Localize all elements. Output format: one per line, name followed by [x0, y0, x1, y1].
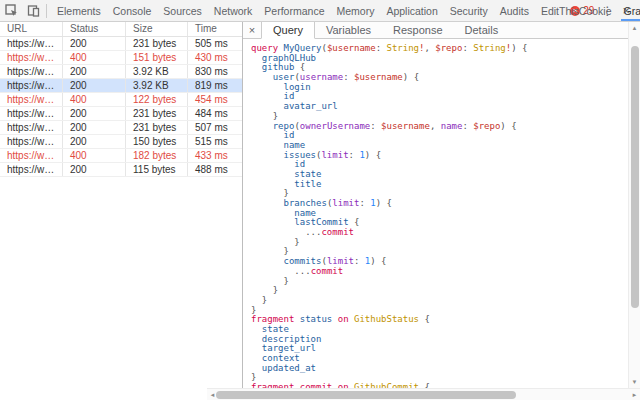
code-line: graphQLHub — [251, 54, 640, 64]
cell-url: https://www.gra... — [0, 121, 63, 134]
inspect-element-icon[interactable] — [0, 0, 22, 21]
cell-status: 200 — [63, 65, 126, 78]
cell-url: https://www.gra... — [0, 37, 63, 50]
cell-status: 200 — [63, 163, 126, 176]
cell-time: 433 ms — [188, 149, 242, 162]
tab-query[interactable]: Query — [261, 22, 315, 39]
code-line: } — [251, 286, 640, 296]
cell-time: 484 ms — [188, 107, 242, 120]
cell-url: https://www.gra... — [0, 51, 63, 64]
column-header-url[interactable]: URL — [0, 22, 63, 36]
cell-url: https://www.gra... — [0, 163, 63, 176]
graphql-query-panel: × QueryVariablesResponseDetails query My… — [242, 22, 640, 400]
cell-time: 507 ms — [188, 121, 242, 134]
code-line: login — [251, 83, 640, 93]
tab-elements[interactable]: Elements — [51, 0, 107, 21]
cell-status: 400 — [63, 93, 126, 106]
network-request-row[interactable]: https://www.gra...200150 bytes515 ms — [0, 135, 242, 149]
toolbar-separator — [46, 4, 47, 18]
cell-url: https://www.gra... — [0, 93, 63, 106]
tab-response[interactable]: Response — [382, 22, 454, 38]
vertical-scrollbar-thumb[interactable] — [631, 46, 639, 308]
code-line: ...commit — [251, 228, 640, 238]
tab-application[interactable]: Application — [380, 0, 443, 21]
network-request-row[interactable]: https://www.gra...2003.92 KB830 ms — [0, 65, 242, 79]
cell-status: 400 — [63, 149, 126, 162]
network-request-row[interactable]: https://www.gra...200115 bytes488 ms — [0, 163, 242, 177]
tab-performance[interactable]: Performance — [258, 0, 330, 21]
devtools-toolbar: ElementsConsoleSourcesNetworkPerformance… — [0, 0, 640, 22]
cell-status: 200 — [63, 121, 126, 134]
table-header: URLStatusSizeTime — [0, 22, 242, 37]
cell-url: https://www.gra... — [0, 65, 63, 78]
code-line: target_url — [251, 344, 640, 354]
cell-time: 454 ms — [188, 93, 242, 106]
main-split: URLStatusSizeTime https://www.gra...2002… — [0, 22, 640, 400]
cell-status: 400 — [63, 51, 126, 64]
code-line: issues(limit: 1) { — [251, 151, 640, 161]
query-editor[interactable]: query MyQuery($username: String!, $repo:… — [243, 39, 640, 400]
tab-memory[interactable]: Memory — [330, 0, 380, 21]
cell-size: 151 bytes — [126, 51, 188, 64]
column-header-status[interactable]: Status — [63, 22, 126, 36]
cell-time: 430 ms — [188, 51, 242, 64]
code-line: fragment status on GithubStatus { — [251, 315, 640, 325]
cell-url: https://www.gra... — [0, 79, 63, 92]
network-request-row[interactable]: https://www.gra...200231 bytes507 ms — [0, 121, 242, 135]
column-header-size[interactable]: Size — [126, 22, 188, 36]
network-requests-panel: URLStatusSizeTime https://www.gra...2002… — [0, 22, 242, 400]
network-request-row[interactable]: https://www.gra...400122 bytes454 ms — [0, 93, 242, 107]
tab-sources[interactable]: Sources — [157, 0, 208, 21]
tab-graphql[interactable]: GraphQL — [618, 0, 640, 21]
network-request-row[interactable]: https://www.gra...400182 bytes433 ms — [0, 149, 242, 163]
network-request-row[interactable]: https://www.gra...200231 bytes505 ms — [0, 37, 242, 51]
column-header-time[interactable]: Time — [188, 22, 242, 36]
cell-url: https://www.gra... — [0, 149, 63, 162]
tab-audits[interactable]: Audits — [494, 0, 535, 21]
network-request-row[interactable]: https://www.gra...400151 bytes430 ms — [0, 51, 242, 65]
tab-security[interactable]: Security — [444, 0, 494, 21]
cell-size: 150 bytes — [126, 135, 188, 148]
tab-editthiscookie[interactable]: EditThisCookie — [535, 0, 618, 21]
cell-size: 115 bytes — [126, 163, 188, 176]
scroll-right-icon[interactable]: ► — [629, 389, 640, 400]
cell-status: 200 — [63, 79, 126, 92]
horizontal-scrollbar-thumb[interactable] — [216, 391, 516, 399]
cell-url: https://www.gra... — [0, 107, 63, 120]
devtools-window: ElementsConsoleSourcesNetworkPerformance… — [0, 0, 640, 400]
cell-url: https://www.gra... — [0, 135, 63, 148]
devtools-tab-bar: ElementsConsoleSourcesNetworkPerformance… — [51, 0, 570, 21]
cell-status: 200 — [63, 107, 126, 120]
network-request-row[interactable]: https://www.gra...200231 bytes484 ms — [0, 107, 242, 121]
scroll-down-icon[interactable]: ▼ — [629, 376, 640, 388]
cell-size: 122 bytes — [126, 93, 188, 106]
cell-status: 200 — [63, 135, 126, 148]
code-line: updated_at — [251, 364, 640, 374]
tab-console[interactable]: Console — [107, 0, 158, 21]
network-request-row[interactable]: https://www.gra...2003.92 KB819 ms — [0, 79, 242, 93]
code-line: } — [251, 277, 640, 287]
device-toolbar-icon[interactable] — [22, 0, 44, 21]
cell-size: 231 bytes — [126, 107, 188, 120]
vertical-scrollbar[interactable]: ▲ ▼ — [628, 22, 640, 388]
code-line: ...commit — [251, 267, 640, 277]
cell-time: 488 ms — [188, 163, 242, 176]
code-line: } — [251, 238, 640, 248]
cell-status: 200 — [63, 37, 126, 50]
horizontal-scrollbar[interactable]: ◄ ► — [207, 388, 640, 400]
tab-details[interactable]: Details — [454, 22, 510, 38]
tab-network[interactable]: Network — [208, 0, 259, 21]
cell-size: 231 bytes — [126, 37, 188, 50]
code-line: title — [251, 180, 640, 190]
close-request-icon[interactable]: × — [243, 22, 261, 38]
tab-variables[interactable]: Variables — [315, 22, 382, 38]
cell-time: 505 ms — [188, 37, 242, 50]
cell-time: 819 ms — [188, 79, 242, 92]
cell-time: 515 ms — [188, 135, 242, 148]
cell-size: 231 bytes — [126, 121, 188, 134]
code-line: } — [251, 296, 640, 306]
cell-size: 3.92 KB — [126, 79, 188, 92]
query-panel-tab-bar: × QueryVariablesResponseDetails — [243, 22, 640, 39]
code-line: id — [251, 131, 640, 141]
scroll-up-icon[interactable]: ▲ — [629, 22, 640, 34]
